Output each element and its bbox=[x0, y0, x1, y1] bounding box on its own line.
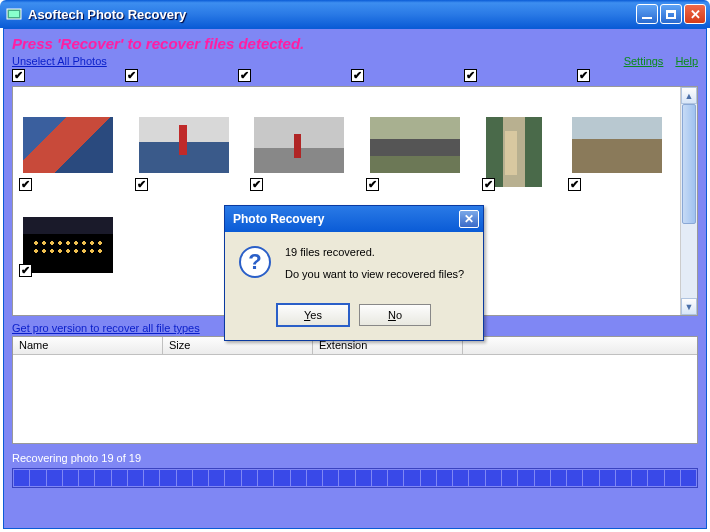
unselect-all-link[interactable]: Unselect All Photos bbox=[12, 55, 107, 67]
thumbnail-item[interactable]: ✔ bbox=[370, 117, 468, 187]
dialog-close-button[interactable]: ✕ bbox=[459, 210, 479, 228]
progress-segment bbox=[404, 470, 419, 486]
photo-checkbox[interactable]: ✔ bbox=[464, 69, 477, 82]
thumbnail-image bbox=[370, 117, 460, 173]
progress-segment bbox=[14, 470, 29, 486]
dialog-line1: 19 files recovered. bbox=[285, 246, 464, 258]
progress-segment bbox=[388, 470, 403, 486]
svg-rect-1 bbox=[9, 11, 19, 17]
progress-segment bbox=[274, 470, 289, 486]
progress-segment bbox=[437, 470, 452, 486]
photo-checkbox[interactable]: ✔ bbox=[125, 69, 138, 82]
photo-checkbox[interactable]: ✔ bbox=[351, 69, 364, 82]
thumbnail-image bbox=[23, 117, 113, 173]
progress-segment bbox=[30, 470, 45, 486]
recovery-dialog: Photo Recovery ✕ ? 19 files recovered. D… bbox=[224, 205, 484, 341]
thumbnail-item[interactable]: ✔ bbox=[572, 117, 670, 187]
file-table: Name Size Extension bbox=[12, 336, 698, 444]
photo-checkbox[interactable]: ✔ bbox=[250, 178, 263, 191]
scroll-up-button[interactable]: ▲ bbox=[681, 87, 697, 104]
link-bar: Unselect All Photos Settings Help bbox=[4, 52, 706, 69]
thumbnail-item[interactable]: ✔ bbox=[254, 117, 352, 187]
progress-segment bbox=[551, 470, 566, 486]
thumbnail-item[interactable]: ✔ bbox=[23, 217, 123, 273]
col-name[interactable]: Name bbox=[13, 337, 163, 354]
thumbnail-image bbox=[139, 117, 229, 173]
question-icon: ? bbox=[239, 246, 271, 278]
photo-checkbox[interactable]: ✔ bbox=[19, 178, 32, 191]
settings-link[interactable]: Settings bbox=[624, 55, 664, 67]
thumbnail-item[interactable]: ✔ bbox=[139, 117, 237, 187]
progress-segment bbox=[583, 470, 598, 486]
yes-button[interactable]: Yes bbox=[277, 304, 349, 326]
photo-checkbox[interactable]: ✔ bbox=[577, 69, 590, 82]
thumbnail-image bbox=[572, 117, 662, 173]
photo-checkbox[interactable]: ✔ bbox=[238, 69, 251, 82]
minimize-button[interactable] bbox=[636, 4, 658, 24]
progress-segment bbox=[144, 470, 159, 486]
dialog-title: Photo Recovery bbox=[233, 212, 324, 226]
photo-checkbox[interactable]: ✔ bbox=[482, 178, 495, 191]
scrollbar[interactable]: ▲ ▼ bbox=[680, 87, 697, 315]
progress-segment bbox=[681, 470, 696, 486]
photo-checkbox[interactable]: ✔ bbox=[19, 264, 32, 277]
progress-segment bbox=[95, 470, 110, 486]
progress-segment bbox=[177, 470, 192, 486]
progress-segment bbox=[160, 470, 175, 486]
progress-segment bbox=[486, 470, 501, 486]
progress-segment bbox=[632, 470, 647, 486]
no-button[interactable]: No bbox=[359, 304, 431, 326]
progress-segment bbox=[225, 470, 240, 486]
photo-checkbox[interactable]: ✔ bbox=[366, 178, 379, 191]
progress-segment bbox=[63, 470, 78, 486]
thumbnail-image bbox=[254, 117, 344, 173]
progress-segment bbox=[616, 470, 631, 486]
help-link[interactable]: Help bbox=[675, 55, 698, 67]
progress-segment bbox=[128, 470, 143, 486]
progress-segment bbox=[421, 470, 436, 486]
yes-label: es bbox=[310, 309, 322, 321]
progress-segment bbox=[339, 470, 354, 486]
thumbnail-image bbox=[23, 217, 113, 273]
progress-segment bbox=[47, 470, 62, 486]
progress-segment bbox=[112, 470, 127, 486]
thumbnail-item[interactable]: ✔ bbox=[486, 117, 554, 187]
title-buttons: ✕ bbox=[636, 4, 710, 24]
progress-segment bbox=[469, 470, 484, 486]
progress-segment bbox=[567, 470, 582, 486]
dialog-titlebar: Photo Recovery ✕ bbox=[225, 206, 483, 232]
progress-segment bbox=[453, 470, 468, 486]
progress-segment bbox=[209, 470, 224, 486]
no-label: o bbox=[396, 309, 402, 321]
progress-segment bbox=[79, 470, 94, 486]
progress-segment bbox=[502, 470, 517, 486]
photo-checkbox[interactable]: ✔ bbox=[135, 178, 148, 191]
col-spacer bbox=[463, 337, 697, 354]
close-button[interactable]: ✕ bbox=[684, 4, 706, 24]
table-body bbox=[13, 355, 697, 443]
progress-segment bbox=[648, 470, 663, 486]
photo-checkbox[interactable]: ✔ bbox=[568, 178, 581, 191]
thumbnail-image bbox=[486, 117, 542, 187]
window-title: Asoftech Photo Recovery bbox=[28, 7, 636, 22]
progress-segment bbox=[372, 470, 387, 486]
progress-segment bbox=[193, 470, 208, 486]
maximize-button[interactable] bbox=[660, 4, 682, 24]
thumbnail-item[interactable]: ✔ bbox=[23, 117, 121, 187]
photo-checkbox[interactable]: ✔ bbox=[12, 69, 25, 82]
progress-segment bbox=[258, 470, 273, 486]
titlebar: Asoftech Photo Recovery ✕ bbox=[0, 0, 710, 28]
instruction-text: Press 'Recover' to recover files detecte… bbox=[4, 29, 706, 52]
progress-segment bbox=[291, 470, 306, 486]
progress-segment bbox=[323, 470, 338, 486]
progress-segment bbox=[518, 470, 533, 486]
scroll-down-button[interactable]: ▼ bbox=[681, 298, 697, 315]
scroll-thumb[interactable] bbox=[682, 104, 696, 224]
scroll-track[interactable] bbox=[681, 104, 697, 298]
progress-segment bbox=[356, 470, 371, 486]
progress-bar bbox=[12, 468, 698, 488]
pro-version-link[interactable]: Get pro version to recover all file type… bbox=[12, 322, 200, 334]
progress-segment bbox=[535, 470, 550, 486]
dialog-line2: Do you want to view recovered files? bbox=[285, 268, 464, 280]
app-icon bbox=[6, 6, 22, 22]
